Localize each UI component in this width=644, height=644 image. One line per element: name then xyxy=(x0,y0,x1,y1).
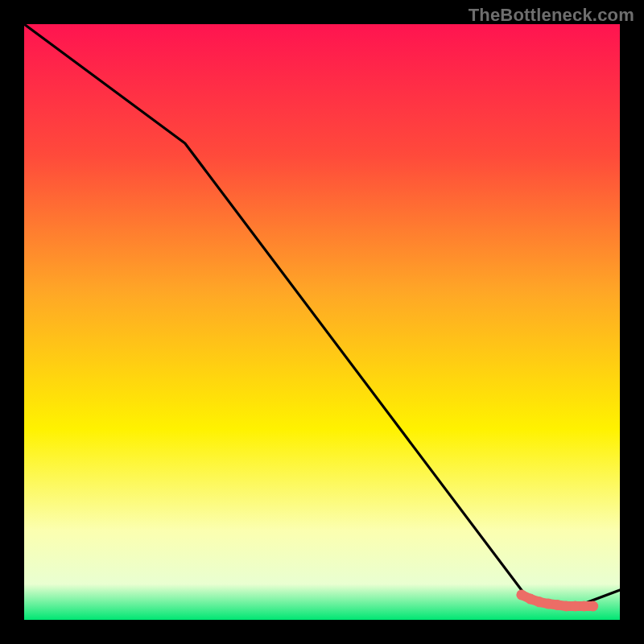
watermark-text: TheBottleneck.com xyxy=(469,5,634,26)
highlight-point xyxy=(516,589,526,600)
highlight-point xyxy=(579,601,589,611)
highlight-point xyxy=(535,597,545,607)
highlight-point xyxy=(588,601,598,611)
highlight-point xyxy=(526,594,536,605)
highlight-point xyxy=(543,599,554,609)
chart-svg xyxy=(0,0,644,644)
highlight-point xyxy=(552,600,563,610)
highlight-point xyxy=(561,601,572,611)
chart-container: TheBottleneck.com xyxy=(0,0,644,644)
highlight-point xyxy=(570,601,580,611)
plot-background xyxy=(24,24,620,620)
